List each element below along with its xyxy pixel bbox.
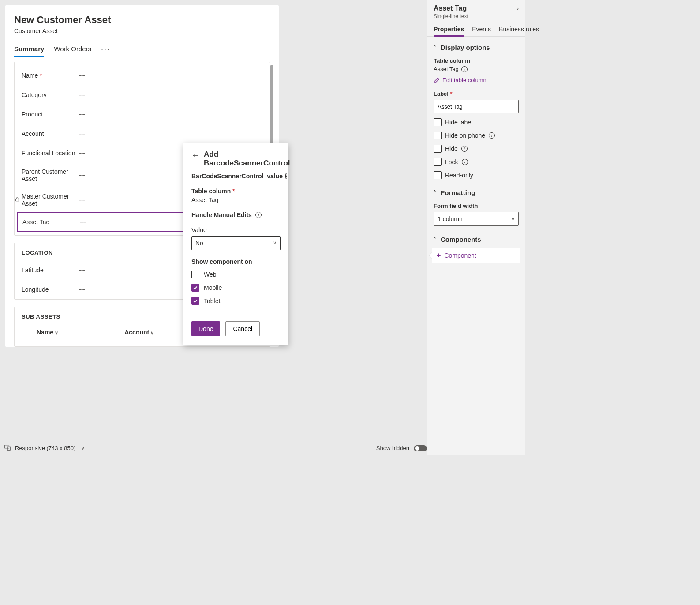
responsive-label[interactable]: Responsive (743 x 850) — [15, 445, 75, 451]
tab-summary[interactable]: Summary — [14, 41, 44, 57]
add-component-button[interactable]: + Component — [432, 248, 520, 263]
svg-rect-0 — [16, 199, 19, 201]
info-icon[interactable]: i — [462, 159, 468, 165]
panel-section-formatting: ˄ Formatting Form field width 1 column ∨ — [427, 182, 525, 229]
field-label: Asset Tag — [22, 218, 80, 225]
field-label: Account — [22, 130, 79, 137]
panel-tab-events[interactable]: Events — [472, 22, 491, 37]
value-dropdown[interactable]: No ∨ — [191, 236, 281, 250]
form-field-width-label: Form field width — [434, 203, 519, 209]
section-toggle[interactable]: ˄ Components — [434, 234, 519, 245]
show-component-on-label: Show component on — [191, 258, 281, 265]
chevron-up-icon: ˄ — [434, 45, 436, 50]
field-value: --- — [79, 111, 262, 118]
field-label: Category — [22, 91, 79, 98]
form-title: New Customer Asset — [5, 14, 279, 26]
field-label: Name — [22, 72, 38, 79]
check-hide-on-phone[interactable]: Hide on phone i — [434, 132, 519, 139]
info-icon[interactable]: i — [255, 212, 262, 218]
show-hidden-label: Show hidden — [376, 445, 409, 451]
collapse-panel-icon[interactable]: › — [517, 4, 519, 12]
checkbox[interactable] — [434, 132, 442, 139]
form-entity-subtitle: Customer Asset — [5, 27, 279, 34]
tab-overflow-icon[interactable]: ··· — [101, 45, 110, 54]
label-input[interactable] — [434, 100, 519, 113]
info-icon[interactable]: i — [285, 173, 288, 179]
panel-title: Asset Tag — [434, 4, 468, 12]
info-icon[interactable]: i — [489, 132, 495, 139]
popup-title: Add BarcodeScannerControl — [204, 150, 290, 168]
panel-subtitle: Single-line text — [434, 13, 468, 19]
column-header-account[interactable]: Account∨ — [124, 329, 154, 336]
responsive-icon — [4, 444, 11, 452]
panel-tabs: Properties Events Business rules — [427, 22, 525, 37]
checkbox[interactable] — [191, 284, 199, 292]
field-label: Latitude — [22, 267, 79, 274]
field-label: Longitude — [22, 286, 79, 293]
table-column-label: Table column * — [191, 188, 281, 195]
label-field-label: Label * — [434, 90, 519, 97]
chevron-up-icon: ˄ — [434, 190, 436, 195]
field-value: --- — [79, 91, 262, 98]
panel-section-display-options: ˄ Display options Table column Asset Tag… — [427, 37, 525, 182]
field-name[interactable]: Name* --- — [15, 66, 270, 85]
show-hidden-toggle[interactable] — [414, 445, 427, 451]
cancel-button[interactable]: Cancel — [225, 321, 260, 336]
lock-icon — [15, 196, 22, 203]
done-button[interactable]: Done — [191, 321, 220, 336]
info-icon[interactable]: i — [461, 66, 468, 72]
chevron-down-icon: ∨ — [81, 445, 85, 451]
field-category[interactable]: Category --- — [15, 85, 270, 105]
property-panel: Asset Tag Single-line text › Properties … — [427, 0, 525, 455]
section-toggle[interactable]: ˄ Display options — [434, 42, 519, 53]
plus-icon: + — [437, 252, 441, 259]
field-account[interactable]: Account --- — [15, 124, 270, 143]
back-arrow-icon[interactable]: ← — [191, 151, 199, 160]
checkbox[interactable] — [191, 271, 199, 278]
check-read-only[interactable]: Read-only — [434, 171, 519, 179]
info-icon[interactable]: i — [461, 146, 468, 152]
check-hide-label[interactable]: Hide label — [434, 118, 519, 126]
check-lock[interactable]: Lock i — [434, 158, 519, 166]
table-column-value: Asset Tag — [191, 196, 281, 203]
table-column-label: Table column — [434, 57, 519, 64]
popup-subtitle: BarCodeScannerControl_value i — [191, 173, 281, 180]
canvas-footer: Responsive (743 x 850) ∨ Show hidden — [4, 444, 427, 452]
show-on-tablet[interactable]: Tablet — [191, 297, 281, 305]
checkbox[interactable] — [434, 158, 442, 166]
field-value: --- — [79, 130, 262, 137]
form-tabs: Summary Work Orders ··· — [5, 41, 279, 57]
chevron-down-icon: ∨ — [273, 240, 277, 246]
chevron-down-icon: ∨ — [511, 216, 515, 222]
required-star-icon: * — [40, 73, 42, 79]
handle-manual-edits-label: Handle Manual Edits i — [191, 211, 281, 218]
chevron-down-icon: ∨ — [150, 330, 154, 335]
field-value: --- — [79, 72, 262, 79]
section-toggle[interactable]: ˄ Formatting — [434, 187, 519, 198]
column-header-name[interactable]: Name∨ — [37, 329, 58, 336]
field-label: Product — [22, 111, 79, 118]
show-on-web[interactable]: Web — [191, 271, 281, 278]
value-label: Value — [191, 226, 281, 233]
table-column-value: Asset Tag i — [434, 66, 519, 72]
add-component-popup: ← Add BarcodeScannerControl BarCodeScann… — [183, 143, 288, 345]
show-on-mobile[interactable]: Mobile — [191, 284, 281, 292]
tab-work-orders[interactable]: Work Orders — [54, 41, 91, 57]
checkbox[interactable] — [434, 118, 442, 126]
panel-section-components: ˄ Components — [427, 229, 525, 245]
check-hide[interactable]: Hide i — [434, 145, 519, 153]
form-field-width-dropdown[interactable]: 1 column ∨ — [434, 212, 519, 226]
checkbox[interactable] — [191, 297, 199, 305]
chevron-down-icon: ∨ — [55, 330, 58, 335]
field-label: Master Customer Asset — [22, 193, 79, 207]
chevron-up-icon: ˄ — [434, 237, 436, 242]
panel-tab-business-rules[interactable]: Business rules — [499, 22, 539, 37]
checkbox[interactable] — [434, 145, 442, 153]
field-product[interactable]: Product --- — [15, 105, 270, 124]
checkbox[interactable] — [434, 171, 442, 179]
panel-tab-properties[interactable]: Properties — [434, 22, 464, 37]
field-label: Functional Location — [22, 150, 79, 157]
edit-table-column-link[interactable]: Edit table column — [434, 77, 519, 83]
field-label: Parent Customer Asset — [22, 168, 79, 182]
